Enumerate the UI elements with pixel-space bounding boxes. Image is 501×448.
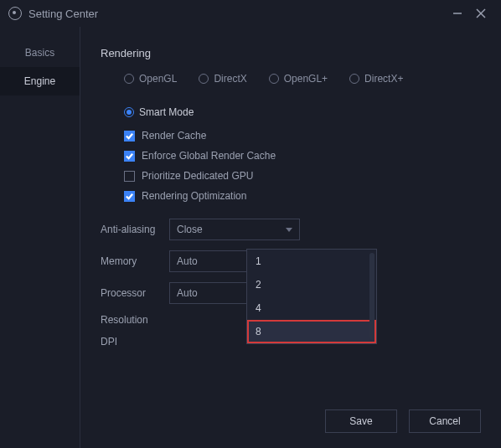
check-label: Rendering Optimization — [142, 190, 246, 202]
radio-dot-icon — [124, 107, 134, 117]
content-panel: Rendering OpenGL DirectX OpenGL+ DirectX… — [80, 27, 501, 448]
check-label: Prioritize Dedicated GPU — [142, 170, 253, 182]
sidebar-item-engine[interactable]: Engine — [0, 67, 80, 95]
label-processor: Processor — [101, 287, 169, 299]
radio-label: DirectX+ — [364, 73, 403, 85]
cancel-button[interactable]: Cancel — [409, 409, 481, 433]
check-label: Render Cache — [142, 130, 206, 142]
radio-opengl[interactable]: OpenGL — [124, 73, 177, 85]
dropdown-option[interactable]: 2 — [247, 273, 376, 296]
app-logo-icon — [8, 7, 22, 20]
dropdown-option[interactable]: 1 — [247, 250, 376, 273]
check-prioritize-dedicated-gpu[interactable]: Prioritize Dedicated GPU — [124, 170, 481, 182]
label-resolution: Resolution — [101, 314, 169, 326]
radio-directx[interactable]: DirectX — [199, 73, 246, 85]
radio-dot-icon — [269, 74, 279, 84]
label-anti-aliasing: Anti-aliasing — [101, 224, 169, 235]
radio-label: OpenGL+ — [284, 73, 328, 85]
radio-dot-icon — [349, 74, 359, 84]
radio-dot-icon — [124, 74, 134, 84]
dropdown-option-highlighted[interactable]: 8 — [247, 320, 376, 343]
select-value: Auto — [177, 287, 198, 299]
radio-label: OpenGL — [139, 73, 177, 85]
select-value: Auto — [177, 255, 198, 267]
check-render-cache[interactable]: Render Cache — [124, 130, 481, 142]
radio-smart-mode[interactable]: Smart Mode — [124, 106, 194, 118]
select-value: Close — [177, 224, 203, 235]
label-memory: Memory — [101, 255, 169, 267]
section-heading-rendering: Rendering — [101, 47, 481, 59]
check-label: Enforce Global Render Cache — [142, 150, 276, 162]
rendering-checks: Render Cache Enforce Global Render Cache… — [124, 130, 481, 202]
select-anti-aliasing[interactable]: Close — [169, 219, 300, 240]
titlebar: Setting Center — [0, 0, 501, 27]
chevron-down-icon — [286, 228, 292, 232]
radio-directx-plus[interactable]: DirectX+ — [349, 73, 403, 85]
sidebar: Basics Engine — [0, 27, 80, 448]
check-rendering-optimization[interactable]: Rendering Optimization — [124, 190, 481, 202]
checkbox-icon — [124, 171, 135, 182]
minimize-button[interactable] — [446, 2, 469, 25]
dropdown-scrollbar[interactable] — [369, 253, 374, 340]
window-title: Setting Center — [28, 8, 98, 20]
checkbox-icon — [124, 191, 135, 202]
footer-buttons: Save Cancel — [325, 409, 481, 433]
radio-label: Smart Mode — [139, 106, 194, 118]
sidebar-item-basics[interactable]: Basics — [0, 39, 80, 67]
label-dpi: DPI — [101, 336, 169, 348]
check-enforce-global-render-cache[interactable]: Enforce Global Render Cache — [124, 150, 481, 162]
close-button[interactable] — [469, 2, 493, 25]
radio-dot-icon — [199, 74, 209, 84]
checkbox-icon — [124, 151, 135, 162]
radio-label: DirectX — [214, 73, 246, 85]
rendering-mode-group: OpenGL DirectX OpenGL+ DirectX+ Smart Mo… — [124, 73, 481, 118]
checkbox-icon — [124, 131, 135, 142]
processor-dropdown-list: 1 2 4 8 — [246, 249, 377, 344]
radio-opengl-plus[interactable]: OpenGL+ — [269, 73, 328, 85]
save-button[interactable]: Save — [325, 409, 397, 433]
dropdown-option[interactable]: 4 — [247, 296, 376, 320]
